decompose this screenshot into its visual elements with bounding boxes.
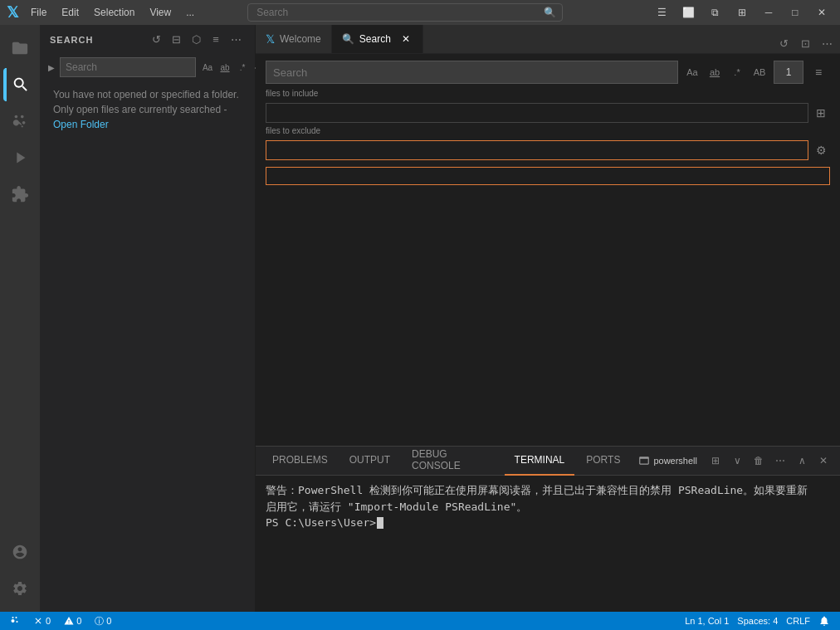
files-include-book-btn[interactable]: ⊞	[812, 104, 830, 122]
status-warnings[interactable]: 0	[61, 616, 85, 626]
menu-file[interactable]: File	[24, 5, 53, 20]
match-case-btn[interactable]: Aa	[199, 59, 216, 76]
powershell-text: powershell	[653, 456, 697, 466]
sidebar-toggle-btn[interactable]: ☰	[651, 3, 674, 22]
clear-search-results-btn[interactable]: ⊟	[167, 31, 185, 49]
terminal-warning-line1: 警告：PowerShell 检测到你可能正在使用屏幕阅读器，并且已出于兼容性目的…	[266, 482, 830, 499]
status-encoding[interactable]: CRLF	[783, 615, 813, 627]
editor-content	[256, 192, 840, 446]
files-include-label: files to include	[266, 89, 830, 98]
open-in-editor-btn[interactable]: ⬡	[187, 31, 205, 49]
search-main-options: Aa ab .* AB	[681, 61, 770, 83]
menu-view[interactable]: View	[143, 5, 178, 20]
menu-edit[interactable]: Edit	[55, 5, 85, 20]
terminal-dropdown-btn[interactable]: ∨	[727, 451, 747, 471]
files-exclude-row: files to exclude ⚙	[266, 126, 830, 160]
panel-maximize-btn[interactable]: ∧	[792, 451, 812, 471]
minimize-btn[interactable]: ─	[757, 3, 780, 22]
files-exclude-input-row: ⚙	[266, 140, 830, 160]
search-main-row: Aa ab .* AB ≡	[266, 61, 830, 84]
refresh-results-btn[interactable]: ↺	[147, 31, 165, 49]
more-actions-sidebar-btn[interactable]: ⋯	[227, 31, 245, 49]
terminal-shell-label: powershell	[632, 455, 704, 466]
files-exclude-settings-btn[interactable]: ⚙	[812, 141, 830, 159]
search-main-input[interactable]	[266, 61, 678, 84]
open-folder-link[interactable]: Open Folder	[53, 119, 109, 130]
status-notification[interactable]	[815, 615, 833, 627]
panel-more-btn[interactable]: ⋯	[770, 451, 790, 471]
activity-item-source-control[interactable]	[3, 105, 37, 138]
tab-bar-refresh-btn[interactable]: ↺	[774, 33, 794, 53]
status-ln-col[interactable]: Ln 1, Col 1	[681, 615, 732, 627]
status-info-count: 0	[106, 616, 111, 626]
status-info-icon: ⓘ	[95, 615, 104, 628]
tab-search[interactable]: 🔍 Search ✕	[332, 25, 423, 53]
sidebar-info-message: You have not opened or specified a folde…	[53, 89, 239, 115]
search-highlight-box	[266, 167, 830, 185]
panel-tab-terminal[interactable]: TERMINAL	[505, 447, 575, 476]
panel-tab-bar: PROBLEMS OUTPUT DEBUG CONSOLE TERMINAL P…	[256, 447, 840, 476]
menu-more[interactable]: ...	[179, 5, 201, 20]
panel-tab-problems[interactable]: PROBLEMS	[262, 447, 338, 476]
tab-bar-more-btn[interactable]: ⋯	[817, 33, 837, 53]
titlebar-search-container: 🔍	[247, 3, 563, 22]
sidebar-search-input[interactable]	[60, 57, 196, 77]
panel-tab-ports[interactable]: PORTS	[576, 447, 630, 476]
search-match-word-btn[interactable]: ab	[704, 61, 725, 83]
status-info[interactable]: ⓘ 0	[91, 615, 115, 628]
status-branch[interactable]	[7, 616, 23, 626]
panel-tab-debug-console[interactable]: DEBUG CONSOLE	[402, 447, 503, 476]
search-results-toggle-btn[interactable]: ≡	[807, 61, 830, 84]
menu-selection[interactable]: Selection	[87, 5, 141, 20]
activity-item-settings[interactable]	[3, 572, 37, 605]
panel-tab-actions: powershell ⊞ ∨ 🗑 ⋯ ∧ ✕	[632, 451, 833, 471]
split-editor-btn[interactable]: ⧉	[704, 3, 727, 22]
status-encoding-text: CRLF	[786, 616, 810, 626]
titlebar: 𝕏 File Edit Selection View ... 🔍 ☰ ⬜ ⧉ ⊞…	[0, 0, 840, 25]
files-include-input[interactable]	[266, 103, 808, 123]
sidebar-info-text: You have not opened or specified a folde…	[40, 81, 255, 139]
status-spaces[interactable]: Spaces: 4	[734, 615, 781, 627]
sidebar: SEARCH ↺ ⊟ ⬡ ≡ ⋯ ▶ Aa ab .* ⋯ You have n…	[40, 25, 256, 612]
expand-search-icon[interactable]: ▶	[46, 61, 56, 74]
titlebar-search-input[interactable]	[247, 3, 563, 22]
tab-welcome[interactable]: 𝕏 Welcome	[256, 25, 332, 53]
panel-close-btn[interactable]: ✕	[813, 451, 833, 471]
terminal-split-btn[interactable]: ⊞	[706, 451, 725, 471]
activity-item-explorer[interactable]	[3, 32, 37, 65]
files-exclude-label: files to exclude	[266, 126, 830, 135]
maximize-btn[interactable]: □	[784, 3, 807, 22]
titlebar-window-actions: ☰ ⬜ ⧉ ⊞ ─ □ ✕	[651, 3, 833, 22]
titlebar-menus: File Edit Selection View ...	[24, 5, 201, 20]
sidebar-header: SEARCH ↺ ⊟ ⬡ ≡ ⋯	[40, 25, 255, 54]
activity-item-run[interactable]	[3, 141, 37, 174]
search-use-regex-btn[interactable]: .*	[726, 61, 748, 83]
panel-output-label: OUTPUT	[349, 454, 390, 466]
activity-item-extensions[interactable]	[3, 178, 37, 211]
editor-layout-btn[interactable]: ⬜	[677, 3, 701, 22]
panel-terminal-label: TERMINAL	[515, 454, 565, 466]
files-exclude-input[interactable]	[266, 140, 808, 160]
search-count-input[interactable]	[774, 61, 803, 84]
tab-search-close-btn[interactable]: ✕	[399, 32, 413, 46]
search-preserve-case-btn[interactable]: AB	[749, 61, 770, 83]
tab-bar-split-btn[interactable]: ⊡	[795, 33, 815, 53]
activity-item-account[interactable]	[3, 535, 37, 569]
search-match-case-btn[interactable]: Aa	[681, 61, 703, 83]
tab-bar: 𝕏 Welcome 🔍 Search ✕ ↺ ⊡ ⋯	[256, 25, 840, 54]
files-include-row: files to include ⊞	[266, 89, 830, 123]
use-regex-btn[interactable]: .*	[234, 59, 251, 76]
terminal-content[interactable]: 警告：PowerShell 检测到你可能正在使用屏幕阅读器，并且已出于兼容性目的…	[256, 476, 840, 612]
match-whole-word-btn[interactable]: ab	[217, 59, 233, 76]
panel-tab-output[interactable]: OUTPUT	[339, 447, 400, 476]
close-btn[interactable]: ✕	[810, 3, 833, 22]
bottom-panel: PROBLEMS OUTPUT DEBUG CONSOLE TERMINAL P…	[256, 446, 840, 612]
activity-item-search[interactable]	[3, 68, 37, 101]
status-errors[interactable]: 0	[30, 616, 54, 626]
collapse-all-btn[interactable]: ≡	[207, 31, 225, 49]
titlebar-search-icon: 🔍	[544, 7, 556, 18]
editor-area: 𝕏 Welcome 🔍 Search ✕ ↺ ⊡ ⋯ Aa ab	[256, 25, 840, 612]
terminal-kill-btn[interactable]: 🗑	[749, 451, 769, 471]
layout-btn[interactable]: ⊞	[730, 3, 754, 22]
terminal-warning-line2: 启用它，请运行 "Import-Module PSReadLine"。	[266, 499, 830, 515]
